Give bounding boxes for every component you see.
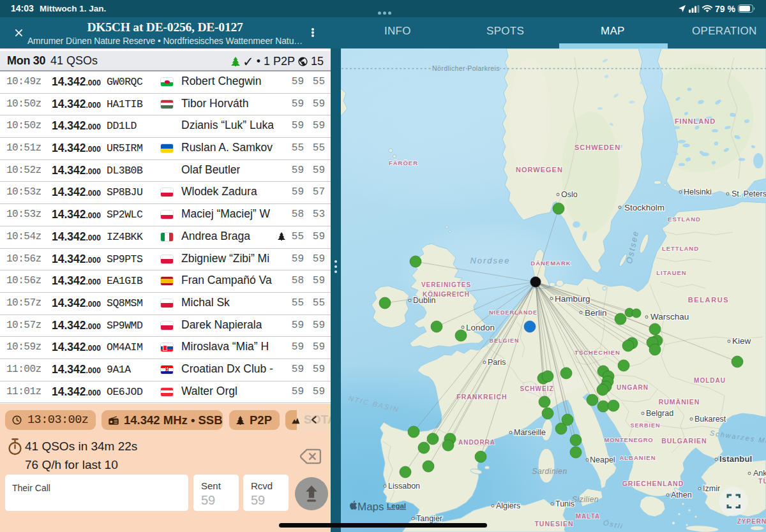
svg-text:Legal: Legal — [387, 502, 406, 510]
svg-text:Berlin: Berlin — [585, 308, 607, 318]
svg-text:Lissabon: Lissabon — [388, 482, 420, 491]
svg-text:MALTA: MALTA — [576, 513, 601, 520]
svg-text:MOLDAU: MOLDAU — [694, 377, 726, 384]
svg-text:Paris: Paris — [488, 358, 506, 367]
svg-text:FINNLAND: FINNLAND — [675, 117, 716, 125]
svg-text:UNGARN: UNGARN — [617, 384, 649, 391]
svg-text:Maps: Maps — [357, 501, 384, 513]
svg-text:Helsinki: Helsinki — [684, 188, 712, 196]
svg-text:LITAUEN: LITAUEN — [656, 269, 686, 276]
svg-text:GRIECHENLAND: GRIECHENLAND — [622, 480, 684, 487]
svg-text:TÜ: TÜ — [758, 477, 766, 485]
svg-text:Tangier: Tangier — [416, 514, 442, 523]
svg-text:RUMÄNIEN: RUMÄNIEN — [659, 398, 700, 406]
svg-text:Dublin: Dublin — [413, 296, 435, 305]
svg-text:ZYPERN: ZYPERN — [737, 518, 766, 525]
svg-text:DÄNEMARK: DÄNEMARK — [530, 260, 571, 267]
svg-text:Neapel: Neapel — [590, 455, 615, 464]
svg-text:BULGARIEN: BULGARIEN — [661, 437, 707, 445]
svg-text:Oslo: Oslo — [561, 190, 578, 199]
svg-text:Nördlicher Polarkreis: Nördlicher Polarkreis — [432, 64, 500, 72]
svg-text:TUNESIEN: TUNESIEN — [534, 520, 573, 528]
svg-text:SERBIEN: SERBIEN — [630, 422, 660, 429]
svg-text:Tunis: Tunis — [555, 499, 574, 508]
svg-text:Athen: Athen — [671, 491, 692, 499]
svg-text:Nordsee: Nordsee — [470, 256, 510, 265]
svg-text:Istanbul: Istanbul — [719, 454, 752, 464]
svg-text:Bukarest: Bukarest — [695, 415, 726, 424]
svg-text:London: London — [466, 323, 495, 332]
svg-text:SCHWEDEN: SCHWEDEN — [574, 144, 620, 151]
svg-text:LETTLAND: LETTLAND — [662, 245, 699, 252]
svg-text:Sizilien: Sizilien — [572, 495, 599, 504]
svg-text:Algiers: Algiers — [496, 501, 520, 510]
svg-text:MONTENEGRO: MONTENEGRO — [604, 436, 653, 443]
svg-text:St. Petersb: St. Petersb — [732, 189, 766, 198]
svg-text:ANDORRA: ANDORRA — [458, 439, 495, 446]
svg-text:Stockholm: Stockholm — [624, 203, 665, 212]
svg-text:ALBANIEN: ALBANIEN — [619, 454, 656, 461]
svg-text:Warschau: Warschau — [650, 312, 689, 321]
svg-text:Sardinien: Sardinien — [532, 467, 567, 476]
svg-text:Marseille: Marseille — [514, 428, 546, 437]
svg-text:FÄRÖER: FÄRÖER — [389, 159, 418, 166]
svg-text:VEREINIGTES: VEREINIGTES — [421, 281, 471, 288]
svg-text:SCHWEIZ: SCHWEIZ — [520, 385, 553, 392]
svg-text:Anka: Anka — [753, 469, 766, 478]
svg-text:Izmir: Izmir — [703, 484, 720, 493]
svg-text:ESTLAND: ESTLAND — [668, 216, 701, 223]
svg-text:Kiew: Kiew — [732, 336, 751, 346]
svg-text:Belgrad: Belgrad — [646, 409, 673, 418]
svg-text:Hamburg: Hamburg — [555, 294, 590, 304]
svg-text:BELARUS: BELARUS — [688, 296, 729, 304]
svg-text:NORWEGEN: NORWEGEN — [516, 166, 563, 174]
